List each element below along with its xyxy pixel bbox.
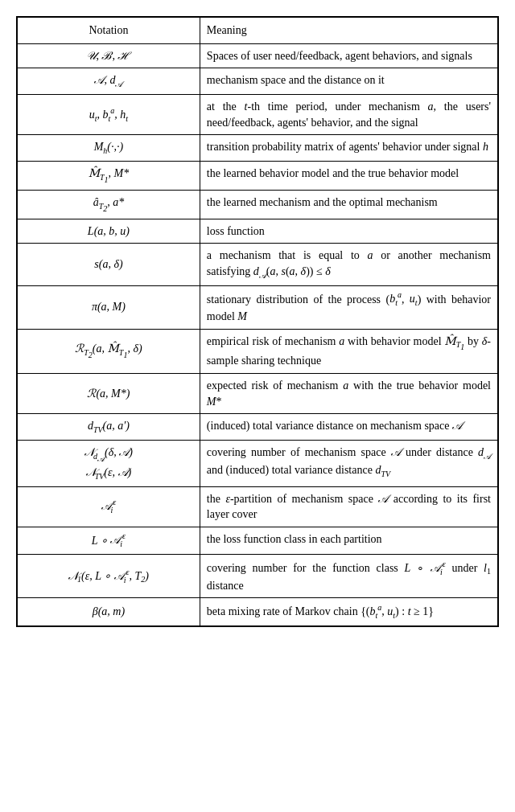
table-row: s(a, δ)a mechanism that is equal to a or… <box>18 244 498 285</box>
meaning-cell: the loss function class in each partitio… <box>200 527 497 554</box>
table-row: ℛ(a, M*)expected risk of mechanism a wit… <box>18 373 498 413</box>
notation-cell: ℛT2(a, M̂T1, δ) <box>18 329 200 373</box>
meaning-cell: covering number for the function class L… <box>200 555 497 598</box>
table-row: dTV(a, a′)(induced) total variance dista… <box>18 414 498 441</box>
table-row: 𝒰, ℬ, ℋSpaces of user need/feedback, age… <box>18 43 498 68</box>
notation-cell: ℛ(a, M*) <box>18 373 200 413</box>
meaning-cell: mechanism space and the distance on it <box>200 68 497 95</box>
table-row: β(a, m)beta mixing rate of Markov chain … <box>18 598 498 625</box>
notation-cell: 𝒩d𝒜(δ, 𝒜)𝒩TV(ε, 𝒜) <box>18 440 200 486</box>
meaning-cell: Spaces of user need/feedback, agent beha… <box>200 43 497 68</box>
meaning-cell: transition probability matrix of agents'… <box>200 135 497 162</box>
notation-cell: 𝒜, d𝒜 <box>18 68 200 95</box>
table-row: ut, bta, htat the t-th time period, unde… <box>18 94 498 134</box>
table-row: π(a, M)stationary distribution of the pr… <box>18 285 498 329</box>
meaning-cell: at the t-th time period, under mechanism… <box>200 94 497 134</box>
notation-cell: Mh(·,·) <box>18 135 200 162</box>
notation-cell: L(a, b, u) <box>18 219 200 244</box>
notation-cell: L ∘ 𝒜iε <box>18 527 200 554</box>
notation-cell: ut, bta, ht <box>18 94 200 134</box>
meaning-cell: (induced) total variance distance on mec… <box>200 414 497 441</box>
meaning-cell: the learned mechanism and the optimal me… <box>200 190 497 219</box>
table-row: Mh(·,·)transition probability matrix of … <box>18 135 498 162</box>
meaning-cell: loss function <box>200 219 497 244</box>
notation-cell: s(a, δ) <box>18 244 200 285</box>
table-row: 𝒜iεthe ε-partition of mechanism space 𝒜 … <box>18 486 498 527</box>
notation-cell: β(a, m) <box>18 598 200 625</box>
meaning-cell: empirical risk of mechanism a with behav… <box>200 329 497 373</box>
notation-cell: π(a, M) <box>18 285 200 329</box>
table-row: M̂T1, M*the learned behavior model and t… <box>18 161 498 190</box>
table-row: 𝒩1(ε, L ∘ 𝒜iε, T2)covering number for th… <box>18 555 498 598</box>
meaning-cell: the learned behavior model and the true … <box>200 161 497 190</box>
notation-cell: M̂T1, M* <box>18 161 200 190</box>
meaning-cell: a mechanism that is equal to a or anothe… <box>200 244 497 285</box>
header-notation: Notation <box>18 18 200 44</box>
table-row: âT2, a*the learned mechanism and the opt… <box>18 190 498 219</box>
table-row: ℛT2(a, M̂T1, δ)empirical risk of mechani… <box>18 329 498 373</box>
notation-cell: âT2, a* <box>18 190 200 219</box>
table-row: 𝒩d𝒜(δ, 𝒜)𝒩TV(ε, 𝒜)covering number of mec… <box>18 440 498 486</box>
header-meaning: Meaning <box>200 18 497 44</box>
table-row: 𝒜, d𝒜mechanism space and the distance on… <box>18 68 498 95</box>
meaning-cell: the ε-partition of mechanism space 𝒜 acc… <box>200 486 497 527</box>
meaning-cell: beta mixing rate of Markov chain {(bta, … <box>200 598 497 625</box>
notation-table: Notation Meaning 𝒰, ℬ, ℋSpaces of user n… <box>16 16 499 627</box>
meaning-cell: stationary distribution of the process (… <box>200 285 497 329</box>
table-row: L(a, b, u)loss function <box>18 219 498 244</box>
meaning-cell: covering number of mechanism space 𝒜 und… <box>200 440 497 486</box>
notation-cell: 𝒰, ℬ, ℋ <box>18 43 200 68</box>
table-row: L ∘ 𝒜iεthe loss function class in each p… <box>18 527 498 554</box>
meaning-cell: expected risk of mechanism a with the tr… <box>200 373 497 413</box>
notation-cell: 𝒩1(ε, L ∘ 𝒜iε, T2) <box>18 555 200 598</box>
notation-cell: dTV(a, a′) <box>18 414 200 441</box>
notation-cell: 𝒜iε <box>18 486 200 527</box>
